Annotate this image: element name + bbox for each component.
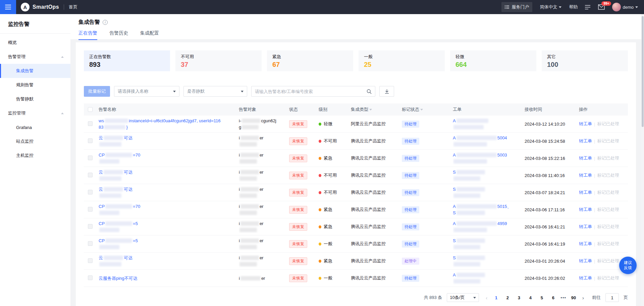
task-list-button[interactable] (585, 5, 591, 10)
page-number-6[interactable]: 6 (549, 295, 557, 301)
silence-select[interactable]: 是否静默 (183, 86, 247, 97)
redacted-text (240, 256, 259, 260)
mark-status-cell: 处理中 (402, 258, 453, 265)
sidebar-item-integrated-alerts[interactable]: 集成告警 (0, 64, 70, 78)
service-portal-button[interactable]: 服务门户 (501, 2, 532, 12)
mark-processed-action[interactable]: 标记已处理 (597, 155, 619, 161)
mark-processed-action[interactable]: 标记已处理 (597, 207, 619, 213)
stat-card[interactable]: 其它100 (542, 50, 628, 71)
mark-processed-action[interactable]: 标记已处理 (597, 189, 619, 195)
stat-card[interactable]: 正在告警数893 (84, 50, 170, 71)
row-checkbox[interactable] (88, 156, 93, 160)
row-checkbox[interactable] (88, 173, 93, 177)
row-checkbox[interactable] (88, 241, 93, 246)
scrollbar-thumb[interactable] (642, 16, 644, 127)
language-selector[interactable]: 简体中文 (540, 4, 561, 10)
transfer-ticket-action[interactable]: 转工单 (579, 207, 592, 213)
main-content: 集成告警 i 正在告警告警历史集成配置 正在告警数893不可用37紧急67一般2… (70, 14, 644, 306)
feedback-button[interactable]: 建议 反馈 (619, 257, 637, 274)
stat-card[interactable]: 紧急67 (267, 50, 353, 71)
sidebar-item-rule-alerts[interactable]: 规则告警 (0, 78, 70, 92)
column-header-label: 告警对象 (239, 106, 256, 113)
mark-processed-action[interactable]: 标记已处理 (597, 121, 619, 127)
page-number-5[interactable]: 5 (538, 295, 546, 301)
page-number-90[interactable]: 90 (570, 295, 578, 301)
alert-object-cell: ier (239, 135, 289, 147)
mark-processed-action[interactable]: 标记已处理 (597, 172, 619, 178)
page-number-1[interactable]: 1 (492, 295, 500, 301)
logo-icon: A (21, 3, 30, 11)
table-row: CP=5ier未恢复紧急腾讯云云产品监控待处理A49592024-03-06 1… (84, 218, 628, 235)
transfer-ticket-action[interactable]: 转工单 (579, 121, 592, 127)
level-cell: 紧急 (319, 224, 351, 230)
help-link[interactable]: 帮助 (569, 4, 578, 10)
transfer-ticket-action[interactable]: 转工单 (579, 224, 592, 230)
row-checkbox[interactable] (88, 275, 93, 280)
page-size-select[interactable]: 10条/页 (447, 293, 479, 302)
transfer-ticket-action[interactable]: 转工单 (579, 275, 592, 281)
stat-card[interactable]: 不可用37 (175, 50, 262, 71)
sidebar-item-alert-silence[interactable]: 告警静默 (0, 92, 70, 106)
sidebar-item-host-monitor[interactable]: 主机监控 (0, 148, 70, 163)
page-number-3[interactable]: 3 (515, 295, 523, 301)
row-checkbox[interactable] (88, 224, 93, 229)
alert-name-link: 云可达 (99, 169, 235, 175)
sidebar-item-monitor-management[interactable]: 监控管理 (0, 106, 70, 120)
sidebar-item-site-monitor[interactable]: 站点监控 (0, 134, 70, 148)
search-input[interactable] (255, 89, 367, 94)
transfer-ticket-action[interactable]: 转工单 (579, 241, 592, 247)
sidebar-item-alert-management[interactable]: 告警管理 (0, 50, 70, 64)
page-number-4[interactable]: 4 (526, 295, 534, 301)
mark-processed-action[interactable]: 标记已处理 (597, 275, 619, 281)
list-icon (505, 5, 509, 9)
access-name-select[interactable]: 请选择接入名称 (114, 86, 179, 97)
ticket-cell: S (453, 255, 525, 267)
vertical-scrollbar[interactable] (641, 14, 644, 306)
alert-object-cell: ier (239, 275, 289, 281)
nav-home-link[interactable]: 首页 (69, 4, 77, 10)
row-checkbox[interactable] (88, 190, 93, 194)
mark-processed-action[interactable]: 标记已处理 (597, 138, 619, 144)
mark-processed-action[interactable]: 标记已处理 (597, 258, 619, 264)
select-all-checkbox[interactable] (88, 107, 93, 112)
next-page-button[interactable]: › (580, 295, 586, 301)
row-checkbox[interactable] (88, 207, 93, 212)
row-checkbox[interactable] (88, 258, 93, 263)
transfer-ticket-action[interactable]: 转工单 (579, 155, 592, 161)
transfer-ticket-action[interactable]: 转工单 (579, 172, 592, 178)
row-checkbox[interactable] (88, 121, 93, 126)
sidebar-item-grafana[interactable]: Grafana (0, 120, 70, 134)
search-icon[interactable] (367, 89, 372, 94)
status-badge: 未恢复 (289, 240, 307, 248)
mark-processed-action[interactable]: 标记已处理 (597, 241, 619, 247)
mark-processed-action[interactable]: 标记已处理 (597, 224, 619, 230)
info-icon[interactable]: i (103, 20, 108, 25)
transfer-ticket-action[interactable]: 转工单 (579, 189, 592, 195)
notifications-button[interactable]: 99+ (598, 4, 605, 10)
tab-2[interactable]: 告警历史 (109, 30, 128, 40)
menu-toggle-button[interactable] (0, 0, 16, 14)
prev-page-button[interactable]: ‹ (484, 295, 489, 301)
user-menu[interactable]: demo (612, 3, 638, 11)
transfer-ticket-action[interactable]: 转工单 (579, 258, 592, 264)
alert-object-text: ier (239, 152, 285, 158)
row-checkbox[interactable] (88, 138, 93, 143)
transfer-ticket-action[interactable]: 转工单 (579, 138, 592, 144)
batch-mark-button[interactable]: 批量标记 (84, 86, 110, 97)
goto-page-input[interactable] (605, 293, 619, 302)
download-button[interactable] (379, 86, 394, 97)
stat-card[interactable]: 轻微664 (450, 50, 536, 71)
filter-icon[interactable] (369, 109, 372, 111)
tab-3[interactable]: 集成配置 (140, 30, 159, 40)
text-fragment: er (260, 255, 264, 260)
redacted-text (99, 262, 121, 266)
tab-1[interactable]: 正在告警 (78, 30, 97, 40)
actions-cell: 转工单|标记已处理 (579, 172, 628, 178)
integration-type-cell: 腾讯云云产品监控 (351, 189, 402, 195)
app-logo[interactable]: A SmartOps (21, 3, 59, 11)
page-number-2[interactable]: 2 (503, 295, 512, 301)
ticket-cell: A5015、S (453, 203, 525, 216)
sidebar-item-overview[interactable]: 概览 (0, 36, 70, 50)
filter-icon[interactable] (420, 109, 423, 111)
stat-card[interactable]: 一般25 (359, 50, 445, 71)
